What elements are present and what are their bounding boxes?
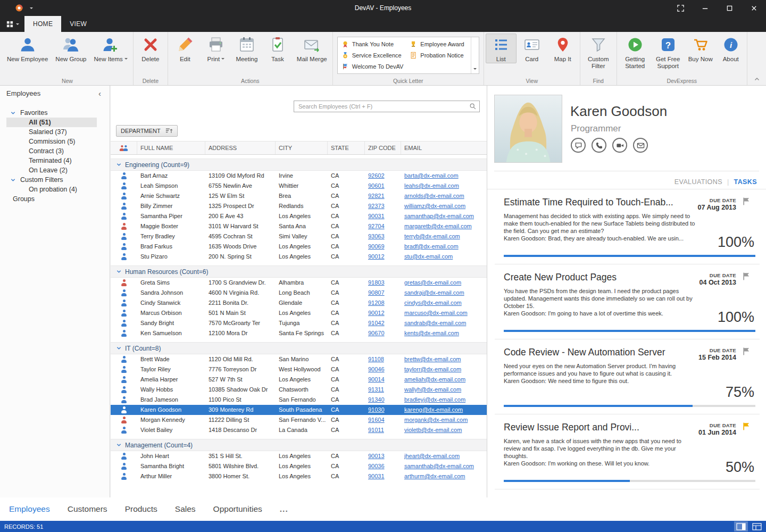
group-row[interactable]: IT (Count=8) xyxy=(111,343,487,354)
flag-icon[interactable] xyxy=(742,347,751,356)
card-view-button[interactable]: Card xyxy=(517,34,547,63)
getting-started-button[interactable]: Getting Started xyxy=(619,34,652,70)
nav-item[interactable]: ... xyxy=(280,504,288,514)
table-row[interactable]: Engineering (Count=9) xyxy=(111,159,487,171)
table-row[interactable]: Arthur Miller 3800 Homer St. Los Angeles… xyxy=(111,471,487,481)
tab-view[interactable]: VIEW xyxy=(61,16,95,32)
zip-link[interactable]: 92373 xyxy=(368,203,385,209)
email-link[interactable]: leahs@dx-email.com xyxy=(404,182,459,189)
task-card[interactable]: Estimate Time Required to Touch-Enab... … xyxy=(495,189,760,264)
email-link[interactable]: sandraj@dx-email.com xyxy=(404,289,464,296)
table-row[interactable]: Management (Count=4) xyxy=(111,439,487,451)
table-row[interactable]: Maggie Boxter 3101 W Harvard St Santa An… xyxy=(111,221,487,231)
maximize-button[interactable] xyxy=(717,0,742,16)
email-link[interactable]: arnolds@dx-email.com xyxy=(404,193,464,199)
email-link[interactable]: kareng@dx-email.com xyxy=(404,406,463,413)
zip-link[interactable]: 90014 xyxy=(368,376,385,383)
email-button[interactable] xyxy=(633,138,648,153)
group-row[interactable]: Management (Count=4) xyxy=(111,439,487,451)
edit-button[interactable]: Edit xyxy=(170,34,201,63)
zip-link[interactable]: 92602 xyxy=(368,172,385,179)
table-row[interactable]: Wally Hobbs 10385 Shadow Oak Dr Chatswor… xyxy=(111,385,487,395)
email-link[interactable]: arthurm@dx-email.com xyxy=(404,473,465,479)
table-row[interactable]: Greta Sims 1700 S Grandview Dr. Alhambra… xyxy=(111,278,487,288)
zip-link[interactable]: 90013 xyxy=(368,453,385,459)
zip-link[interactable]: 91108 xyxy=(368,356,384,362)
table-row[interactable]: Brad Jameson 1100 Pico St San Fernando C… xyxy=(111,395,487,405)
mail-merge-button[interactable]: Mail Merge xyxy=(293,34,331,63)
tab-tasks[interactable]: TASKS xyxy=(734,178,757,186)
table-row[interactable]: Ken Samuelson 12100 Mora Dr Santa Fe Spr… xyxy=(111,328,487,338)
delete-button[interactable]: Delete xyxy=(135,34,166,63)
task-card[interactable]: Review Issue Report and Provi... DUE DAT… xyxy=(495,414,760,489)
table-row[interactable]: Morgan Kennedy 11222 Dilling St San Fern… xyxy=(111,415,487,425)
table-row[interactable]: Taylor Riley 7776 Torreyson Dr West Holl… xyxy=(111,364,487,375)
email-link[interactable]: samanthab@dx-email.com xyxy=(404,463,474,469)
table-row[interactable]: Brad Farkus 1635 Woods Drive Los Angeles… xyxy=(111,242,487,252)
zip-link[interactable]: 91011 xyxy=(368,427,384,433)
zip-link[interactable]: 92821 xyxy=(368,193,385,199)
flag-icon[interactable] xyxy=(742,422,751,431)
zip-link[interactable]: 91340 xyxy=(368,396,385,403)
email-link[interactable]: brettw@dx-email.com xyxy=(404,356,461,362)
email-link[interactable]: barta@dx-email.com xyxy=(404,172,459,179)
tree-item[interactable]: Commission (5) xyxy=(6,137,97,146)
table-row[interactable]: Human Resources (Count=6) xyxy=(111,265,487,278)
email-link[interactable]: bradf@dx-email.com xyxy=(404,243,459,250)
zip-link[interactable]: 91030 xyxy=(368,406,385,413)
search-input[interactable] xyxy=(294,101,480,112)
print-button[interactable]: Print xyxy=(201,34,231,63)
column-header-full-name[interactable]: FULL NAME xyxy=(137,142,205,154)
table-row[interactable]: Marcus Orbison 501 N Main St Los Angeles… xyxy=(111,308,487,318)
tree-item[interactable]: Favorites xyxy=(6,108,97,118)
zip-link[interactable]: 90046 xyxy=(368,366,385,372)
data-panel-button[interactable] xyxy=(750,521,764,531)
email-link[interactable]: marcuso@dx-email.com xyxy=(404,310,468,316)
quick-letter-welcome-to-devav[interactable]: Welcome To DevAV xyxy=(342,61,410,72)
table-row[interactable]: IT (Count=8) xyxy=(111,342,487,354)
group-row[interactable]: Human Resources (Count=6) xyxy=(111,266,487,277)
nav-item[interactable]: Sales xyxy=(175,504,196,514)
table-row[interactable]: Samantha Bright 5801 Wilshire Blvd. Los … xyxy=(111,461,487,471)
zip-link[interactable]: 91803 xyxy=(368,279,385,286)
zip-link[interactable]: 91208 xyxy=(368,300,385,306)
task-card[interactable]: Create New Product Pages DUE DATE 04 Oct… xyxy=(495,264,760,339)
flag-icon[interactable] xyxy=(742,197,751,206)
nav-item[interactable]: Opportunities xyxy=(213,504,262,514)
about-button[interactable]: i About xyxy=(717,34,745,63)
column-header-zip-code[interactable]: ZIP CODE xyxy=(365,142,401,154)
zip-link[interactable]: 92704 xyxy=(368,223,385,229)
zip-link[interactable]: 90069 xyxy=(368,243,385,250)
email-link[interactable]: wallyh@dx-email.com xyxy=(404,386,461,393)
map-it-button[interactable]: Map It xyxy=(547,34,578,63)
nav-item[interactable]: Customers xyxy=(68,504,107,514)
table-row[interactable]: Terry Bradley 4595 Cochran St Simi Valle… xyxy=(111,231,487,242)
zip-link[interactable]: 90601 xyxy=(368,182,385,189)
email-link[interactable]: samanthap@dx-email.com xyxy=(404,213,474,219)
table-row[interactable]: Amelia Harper 527 W 7th St Los Angeles C… xyxy=(111,375,487,385)
email-link[interactable]: bradleyj@dx-email.com xyxy=(404,396,465,403)
list-view-button[interactable]: List xyxy=(486,34,517,63)
email-link[interactable]: sandrab@dx-email.com xyxy=(404,320,466,326)
zip-link[interactable]: 90031 xyxy=(368,213,385,219)
email-link[interactable]: terryb@dx-email.com xyxy=(404,233,460,239)
close-button[interactable] xyxy=(742,0,766,16)
email-link[interactable]: margaretb@dx-email.com xyxy=(404,223,472,229)
get-free-support-button[interactable]: ? Get Free Support xyxy=(652,34,685,70)
column-header-address[interactable]: ADDRESS xyxy=(205,142,276,154)
zip-link[interactable]: 91604 xyxy=(368,417,385,423)
email-link[interactable]: taylorr@dx-email.com xyxy=(404,366,461,372)
column-header-city[interactable]: CITY xyxy=(276,142,328,154)
table-row[interactable]: Leah Simpson 6755 Newlin Ave Whittier CA… xyxy=(111,181,487,191)
zip-link[interactable]: 93063 xyxy=(368,233,385,239)
email-link[interactable]: cindys@dx-email.com xyxy=(404,300,462,306)
meeting-button[interactable]: Meeting xyxy=(231,34,262,63)
quick-letter-gallery-dropdown[interactable] xyxy=(471,37,479,73)
new-group-button[interactable]: New Group xyxy=(52,34,90,63)
tree-item[interactable]: Custom Filters xyxy=(6,175,97,185)
app-menu-button[interactable] xyxy=(0,16,24,32)
column-header-state[interactable]: STATE xyxy=(328,142,365,154)
email-link[interactable]: stu@dx-email.com xyxy=(404,253,453,260)
zip-link[interactable]: 90012 xyxy=(368,310,385,316)
tree-item[interactable]: Salaried (37) xyxy=(6,127,97,137)
